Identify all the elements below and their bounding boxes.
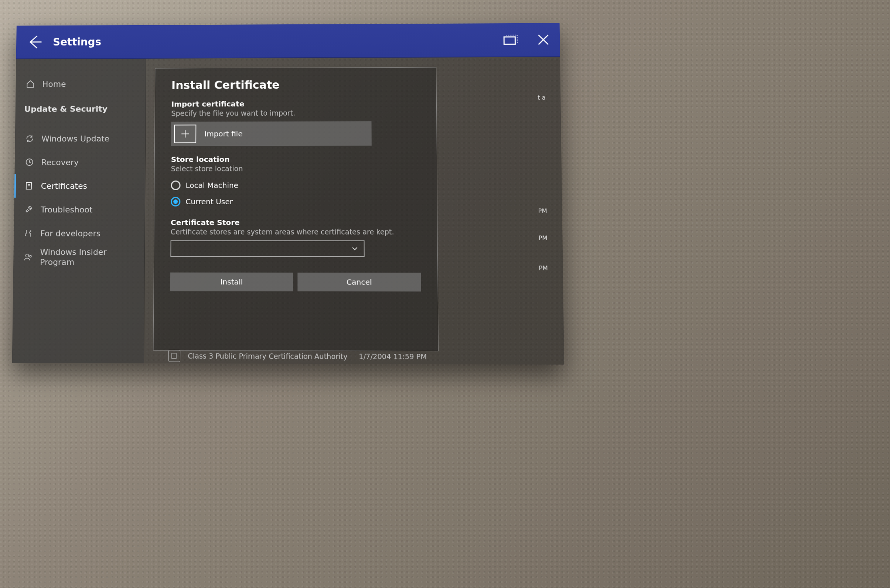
tablet-mode-button[interactable]: [494, 23, 527, 57]
store-location-sub: Select store location: [171, 164, 420, 173]
sidebar-item-windows-insider[interactable]: Windows Insider Program: [13, 245, 144, 269]
sidebar-item-troubleshoot[interactable]: Troubleshoot: [14, 198, 145, 221]
bg-text-fragment: PM: [539, 264, 548, 272]
sidebar-item-recovery[interactable]: Recovery: [14, 150, 145, 174]
store-location-title: Store location: [171, 154, 420, 164]
cancel-button[interactable]: Cancel: [297, 273, 421, 291]
content-area: t a PM PM PM Install Certificate Import …: [144, 57, 564, 364]
plus-icon: [174, 124, 196, 143]
cert-row-name: Class 3 Public Primary Certification Aut…: [188, 352, 347, 360]
tools-icon: [23, 228, 34, 238]
sidebar: Home Update & Security Windows Update: [12, 59, 146, 363]
person-icon: [23, 252, 33, 262]
radio-label: Local Machine: [185, 181, 238, 190]
import-section-title: Import certificate: [171, 99, 420, 109]
bg-text-fragment: t a: [537, 94, 546, 101]
cert-list-row[interactable]: Class 3 Public Primary Certification Aut…: [168, 350, 427, 363]
sidebar-section-header: Update & Security: [15, 95, 146, 120]
sidebar-item-label: Recovery: [41, 158, 79, 167]
radio-icon-selected: [171, 197, 180, 207]
title-bar: Settings: [16, 23, 560, 59]
import-file-button[interactable]: Import file: [171, 121, 372, 146]
button-label: Cancel: [347, 278, 372, 286]
import-section-sub: Specify the file you want to import.: [171, 109, 420, 117]
back-button[interactable]: [16, 26, 53, 58]
svg-rect-5: [172, 353, 176, 358]
cert-row-date: 1/7/2004 11:59 PM: [359, 352, 427, 361]
cert-store-title: Certificate Store: [171, 218, 421, 227]
clock-icon: [24, 157, 35, 167]
sidebar-item-for-developers[interactable]: For developers: [14, 221, 145, 245]
bg-text-fragment: PM: [538, 207, 547, 214]
sync-icon: [24, 134, 35, 144]
sidebar-item-certificates[interactable]: Certificates: [14, 174, 145, 198]
install-button[interactable]: Install: [170, 273, 293, 291]
cert-store-sub: Certificate stores are system areas wher…: [171, 228, 421, 236]
sidebar-item-label: Troubleshoot: [41, 205, 93, 214]
sidebar-item-label: Certificates: [41, 181, 87, 190]
close-icon: [537, 34, 549, 45]
radio-current-user[interactable]: Current User: [171, 193, 420, 210]
radio-label: Current User: [185, 197, 233, 206]
radio-local-machine[interactable]: Local Machine: [171, 177, 420, 194]
svg-point-4: [30, 255, 32, 257]
sidebar-item-home[interactable]: Home: [15, 72, 146, 96]
svg-point-3: [26, 254, 29, 257]
sidebar-item-label: Windows Update: [41, 134, 110, 143]
sidebar-item-label: For developers: [40, 229, 101, 238]
dialog-title: Install Certificate: [171, 78, 420, 92]
tablet-icon: [503, 34, 518, 46]
sidebar-item-windows-update[interactable]: Windows Update: [15, 127, 145, 151]
import-file-label: Import file: [204, 129, 243, 138]
bg-text-fragment: PM: [538, 234, 547, 242]
radio-icon: [171, 181, 180, 190]
certificate-icon: [24, 181, 35, 191]
cert-store-dropdown[interactable]: [170, 240, 364, 257]
window-title: Settings: [53, 34, 494, 48]
button-label: Install: [220, 278, 243, 286]
chevron-down-icon: [351, 245, 359, 252]
wrench-icon: [24, 204, 34, 214]
sidebar-item-label: Windows Insider Program: [40, 247, 136, 267]
home-icon: [25, 79, 36, 89]
sidebar-item-label: Home: [42, 80, 66, 88]
close-button[interactable]: [527, 23, 560, 56]
arrow-left-icon: [27, 34, 43, 50]
svg-rect-0: [504, 37, 515, 44]
install-certificate-dialog: Install Certificate Import certificate S…: [153, 67, 438, 352]
certificate-row-icon: [168, 350, 181, 362]
